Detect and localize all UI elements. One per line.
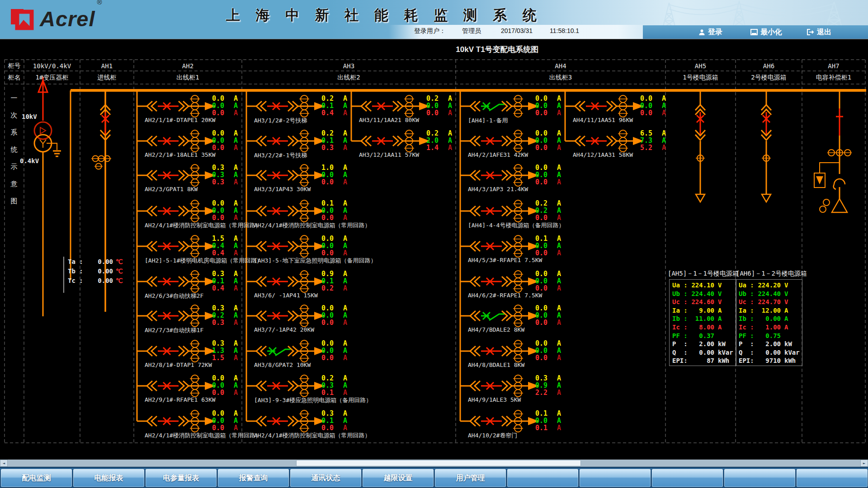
feeder-current-phase-a: 0.0	[306, 235, 334, 242]
panel-metric-unit: kWh	[718, 357, 729, 364]
feeder-current-unit: A	[343, 171, 347, 178]
feeder-current-phase-a: 0.1	[519, 235, 547, 242]
feeder-current-phase-b: 0.1	[306, 417, 334, 424]
feeder-current-phase-b: 0.0	[519, 102, 547, 109]
toolbar-button-越限设置[interactable]: 越限设置	[363, 469, 434, 487]
feeder-current-phase-a: 0.0	[519, 130, 547, 137]
feeder-current-unit: A	[557, 270, 561, 277]
toolbar-button-电能报表[interactable]: 电能报表	[73, 469, 144, 487]
feeder-current-phase-b: 0.0	[410, 102, 439, 109]
feeder-current-unit: A	[234, 130, 238, 137]
feeder-current-unit: A	[448, 137, 452, 144]
feeder-current-unit: A	[234, 285, 238, 292]
feeder-row-label: AH3/2/2#-1号扶梯	[254, 151, 307, 160]
feeder-row-label: [AH4]-1-备用	[468, 117, 508, 125]
panel-metric-unit: V	[784, 298, 788, 305]
feeder-current-phase-c: 0.0	[306, 214, 334, 221]
cabinet-name-AH7: 电容补偿柜1	[802, 72, 865, 83]
transformer-temp-unit: ℃	[116, 267, 123, 275]
cabinet-id-AH6: AH6	[736, 60, 802, 71]
feeder-current-unit: A	[557, 109, 561, 117]
feeder-current-unit: A	[234, 319, 238, 326]
panel-metric-value: 1.00	[742, 324, 781, 331]
cabinet-id-AH7: AH7	[802, 60, 865, 71]
feeder-current-unit: A	[234, 178, 238, 186]
toolbar-button-通讯状态[interactable]: 通讯状态	[290, 469, 361, 487]
toolbar-button-empty[interactable]	[507, 469, 578, 487]
feeder-current-unit: A	[343, 389, 347, 396]
toolbar-button-用户管理[interactable]: 用户管理	[435, 469, 506, 487]
feeder-current-phase-b: 0.0	[519, 312, 547, 319]
panel-metric-unit: A	[784, 315, 788, 322]
panel-metric-value: 8.00	[675, 324, 714, 331]
feeder-current-unit: A	[343, 249, 347, 257]
feeder-current-unit: A	[557, 207, 561, 214]
feeder-current-phase-b: 0.4	[196, 242, 224, 249]
feeder-current-phase-c: 0.0	[519, 354, 547, 361]
feeder-row-label: AH2/1/1#-DTAPE1 20KW	[145, 117, 216, 123]
feeder-current-unit: A	[557, 312, 561, 319]
panel-metric-value: 12.00	[742, 307, 781, 314]
feeder-current-phase-b: 0.0	[306, 312, 334, 319]
side-label-char: 图	[5, 197, 23, 206]
panel-metric-unit: A	[718, 315, 722, 322]
transformer-temp-unit: ℃	[116, 277, 123, 284]
toolbar-button-报警查询[interactable]: 报警查询	[218, 469, 289, 487]
feeder-row-label: AH4/11/1AA51 96KW	[573, 117, 633, 123]
feeder-row-label: AH4/2/1AFE31 42KW	[468, 151, 528, 158]
feeder-current-unit: A	[234, 95, 238, 102]
feeder-current-unit: A	[234, 207, 238, 214]
scroll-left-button[interactable]: ◄	[0, 460, 8, 467]
feeder-current-phase-a: 1.0	[306, 164, 334, 171]
feeder-current-unit: A	[448, 130, 452, 137]
feeder-current-phase-a: 0.1	[306, 200, 334, 207]
panel-metric-value: 0.00	[742, 315, 781, 322]
feeder-current-phase-b: 0.0	[624, 102, 652, 109]
feeder-current-unit: A	[234, 347, 238, 354]
panel-metric-unit: V	[784, 290, 788, 297]
feeder-current-phase-a: 0.0	[519, 95, 547, 102]
feeder-current-unit: A	[448, 102, 452, 109]
transformer-temp-label: Tb :	[68, 267, 83, 275]
feeder-current-unit: A	[234, 200, 238, 207]
feeder-current-unit: A	[557, 305, 561, 312]
toolbar-button-empty[interactable]	[797, 469, 868, 487]
feeder-current-phase-a: 0.3	[196, 164, 224, 171]
toolbar-button-empty[interactable]	[580, 469, 651, 487]
feeder-current-unit: A	[234, 354, 238, 361]
feeder-current-phase-a: 0.2	[306, 375, 334, 382]
toolbar-button-empty[interactable]	[652, 469, 723, 487]
panel-metric-value: 87	[675, 357, 714, 364]
transformer-temp-value: 0.00	[86, 267, 113, 275]
feeder-row-label: AH2/8/1#-DTAP1 72KW	[145, 361, 212, 368]
feeder-current-unit: A	[557, 235, 561, 242]
panel-metric-unit: A	[784, 307, 788, 314]
feeder-current-phase-c: 0.3	[196, 178, 224, 186]
feeder-row-label: [AH3]-5-地下室应急照明电源箱（备用回路）	[254, 257, 377, 265]
feeder-current-unit: A	[557, 347, 561, 354]
panel-metric-unit: kWh	[784, 357, 796, 364]
panel-metric-unit: kVar	[718, 349, 733, 356]
toolbar-button-配电监测[interactable]: 配电监测	[1, 469, 72, 487]
feeder-current-phase-c: 0.4	[196, 285, 224, 292]
feeder-current-unit: A	[448, 95, 452, 102]
feeder-current-phase-c: 0.0	[519, 285, 547, 292]
feeder-current-phase-c: 0.4	[196, 249, 224, 257]
toolbar-button-电参量报表[interactable]: 电参量报表	[146, 469, 217, 487]
scrollbar-thumb[interactable]	[296, 460, 581, 466]
side-label-char: 意	[5, 180, 23, 188]
toolbar-button-empty[interactable]	[724, 469, 795, 487]
horizontal-scrollbar[interactable]: ◄ ►	[0, 460, 868, 467]
feeder-current-unit: A	[557, 285, 561, 292]
feeder-current-unit: A	[343, 164, 347, 171]
feeder-current-phase-c: 0.3	[196, 319, 224, 326]
feeder-current-phase-c: 0.0	[519, 319, 547, 326]
panel-metric-unit: A	[784, 324, 788, 331]
feeder-current-unit: A	[557, 249, 561, 257]
side-label-char: 次	[5, 111, 23, 120]
feeder-current-phase-b: 0.1	[306, 277, 334, 285]
feeder-current-unit: A	[343, 305, 347, 312]
scroll-right-button[interactable]: ►	[860, 460, 868, 467]
feeder-current-unit: A	[343, 417, 347, 424]
panel-metric-value: 0.00	[675, 349, 714, 356]
